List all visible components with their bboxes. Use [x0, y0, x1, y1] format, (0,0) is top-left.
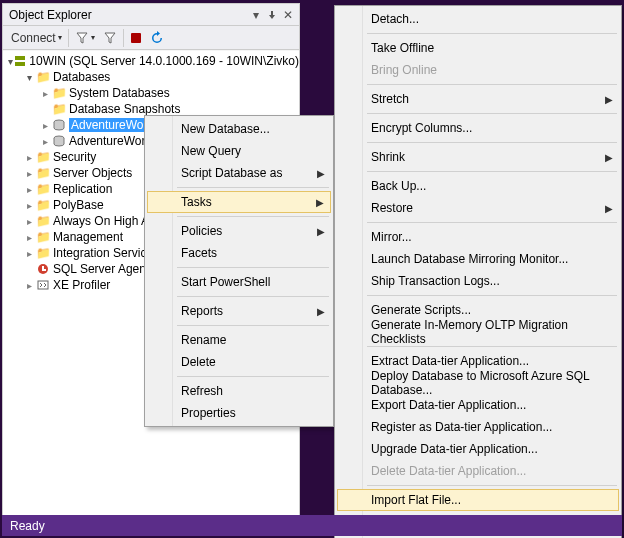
toolbar: Connect: [3, 26, 299, 50]
menu-restore[interactable]: Restore▶: [337, 197, 619, 219]
menu-register-dta[interactable]: Register as Data-tier Application...: [337, 416, 619, 438]
svg-rect-7: [42, 269, 46, 271]
folder-icon: 📁: [51, 85, 67, 101]
menu-tasks[interactable]: Tasks▶: [147, 191, 331, 213]
menu-refresh[interactable]: Refresh: [147, 380, 331, 402]
server-icon: [13, 53, 27, 69]
filter1-icon[interactable]: [73, 28, 97, 48]
menu-stretch[interactable]: Stretch▶: [337, 88, 619, 110]
menu-delete-dta: Delete Data-tier Application...: [337, 460, 619, 482]
submenu-arrow-icon: ▶: [605, 203, 613, 214]
svg-rect-1: [15, 56, 25, 60]
menu-reports[interactable]: Reports▶: [147, 300, 331, 322]
filter2-icon[interactable]: [101, 28, 119, 48]
menu-generate-oltp-checklists[interactable]: Generate In-Memory OLTP Migration Checkl…: [337, 321, 619, 343]
stop-icon[interactable]: [128, 28, 144, 48]
menu-launch-mirroring-monitor[interactable]: Launch Database Mirroring Monitor...: [337, 248, 619, 270]
menu-detach[interactable]: Detach...: [337, 8, 619, 30]
menu-new-query[interactable]: New Query: [147, 140, 331, 162]
folder-icon: 📁: [35, 165, 51, 181]
menu-deploy-azure[interactable]: Deploy Database to Microsoft Azure SQL D…: [337, 372, 619, 394]
agent-icon: [35, 261, 51, 277]
menu-import-flat-file[interactable]: Import Flat File...: [337, 489, 619, 511]
context-menu-tasks: Detach... Take Offline Bring Online Stre…: [334, 5, 622, 538]
folder-icon: 📁: [35, 213, 51, 229]
submenu-arrow-icon: ▶: [605, 152, 613, 163]
context-menu-database: New Database... New Query Script Databas…: [144, 115, 334, 427]
submenu-arrow-icon: ▶: [317, 168, 325, 179]
panel-title: Object Explorer: [9, 8, 249, 22]
folder-icon: 📁: [51, 101, 67, 117]
window-position-icon[interactable]: ▾: [249, 8, 263, 22]
submenu-arrow-icon: ▶: [317, 306, 325, 317]
submenu-arrow-icon: ▶: [316, 197, 324, 208]
folder-icon: 📁: [35, 149, 51, 165]
menu-encrypt-columns[interactable]: Encrypt Columns...: [337, 117, 619, 139]
menu-upgrade-dta[interactable]: Upgrade Data-tier Application...: [337, 438, 619, 460]
menu-policies[interactable]: Policies▶: [147, 220, 331, 242]
menu-rename[interactable]: Rename: [147, 329, 331, 351]
menu-mirror[interactable]: Mirror...: [337, 226, 619, 248]
menu-powershell[interactable]: Start PowerShell: [147, 271, 331, 293]
folder-icon: 📁: [35, 229, 51, 245]
menu-bring-online: Bring Online: [337, 59, 619, 81]
status-bar: Ready: [2, 515, 622, 536]
refresh-icon[interactable]: [148, 28, 166, 48]
folder-icon: 📁: [35, 197, 51, 213]
connect-button[interactable]: Connect: [9, 28, 64, 48]
menu-new-database[interactable]: New Database...: [147, 118, 331, 140]
folder-icon: 📁: [35, 181, 51, 197]
xe-icon: [35, 277, 51, 293]
submenu-arrow-icon: ▶: [317, 226, 325, 237]
status-text: Ready: [10, 519, 45, 533]
submenu-arrow-icon: ▶: [605, 94, 613, 105]
database-icon: [51, 133, 67, 149]
menu-shrink[interactable]: Shrink▶: [337, 146, 619, 168]
menu-backup[interactable]: Back Up...: [337, 175, 619, 197]
menu-take-offline[interactable]: Take Offline: [337, 37, 619, 59]
svg-rect-0: [131, 33, 141, 43]
tree-system-databases[interactable]: 📁System Databases: [3, 85, 299, 101]
database-icon: [51, 117, 67, 133]
menu-facets[interactable]: Facets: [147, 242, 331, 264]
svg-rect-2: [15, 62, 25, 66]
folder-icon: 📁: [35, 69, 51, 85]
panel-header: Object Explorer ▾ ✕: [3, 4, 299, 26]
menu-delete[interactable]: Delete: [147, 351, 331, 373]
menu-export-dta[interactable]: Export Data-tier Application...: [337, 394, 619, 416]
menu-ship-transaction-logs[interactable]: Ship Transaction Logs...: [337, 270, 619, 292]
pin-icon[interactable]: [265, 8, 279, 22]
folder-icon: 📁: [35, 245, 51, 261]
menu-properties[interactable]: Properties: [147, 402, 331, 424]
close-icon[interactable]: ✕: [281, 8, 295, 22]
tree-server[interactable]: 10WIN (SQL Server 14.0.1000.169 - 10WIN\…: [3, 53, 299, 69]
tree-databases[interactable]: 📁Databases: [3, 69, 299, 85]
menu-script-database[interactable]: Script Database as▶: [147, 162, 331, 184]
